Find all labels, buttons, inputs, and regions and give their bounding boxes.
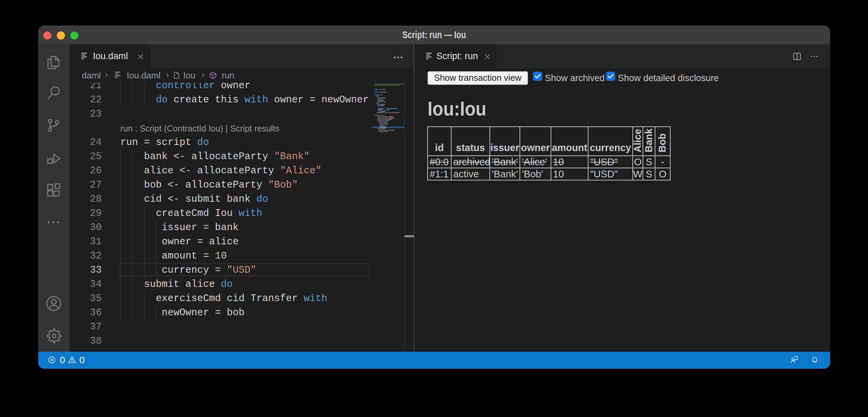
svg-text:Alice: Alice: [633, 129, 643, 152]
svg-text:Bank: Bank: [643, 128, 654, 152]
svg-text:Bob: Bob: [657, 133, 668, 152]
